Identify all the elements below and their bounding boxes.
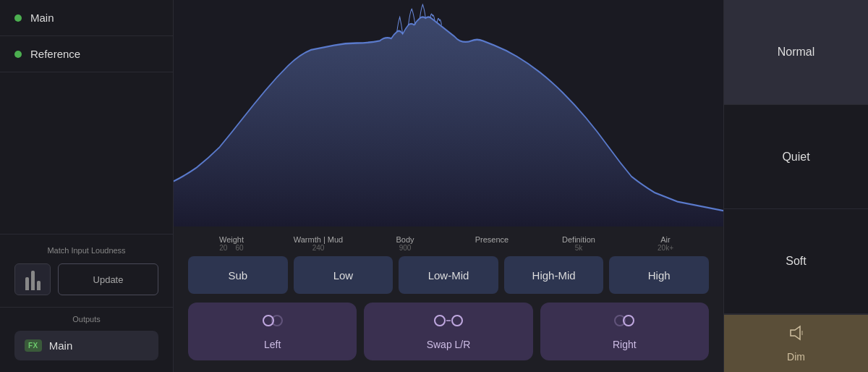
- band-controls: Weight 20 60 Warmth | Mud 240 Body 900 P…: [174, 227, 723, 303]
- band-label-weight: Weight 20 60: [191, 235, 272, 252]
- outputs-label: Outputs: [14, 315, 158, 324]
- band-freq-air: 20k+: [625, 244, 706, 252]
- band-lowmid-button[interactable]: Low-Mid: [399, 256, 498, 294]
- meter-bar-2: [31, 271, 35, 290]
- band-label-body: Body 900: [365, 235, 446, 252]
- band-name-definition: Definition: [538, 235, 619, 244]
- mode-quiet-button[interactable]: Quiet: [724, 105, 868, 210]
- band-label-warmth: Warmth | Mud 240: [278, 235, 359, 252]
- outputs-section: Outputs FX Main: [0, 307, 173, 372]
- output-main-label: Main: [49, 339, 73, 352]
- band-label-definition: Definition 5k: [538, 235, 619, 252]
- meter-icon: [14, 263, 51, 295]
- main-track[interactable]: Main: [0, 0, 173, 36]
- mode-soft-label: Soft: [786, 255, 806, 267]
- reference-track-label: Reference: [30, 48, 80, 60]
- spectrum-visualizer: [174, 0, 723, 227]
- spectrum-area: [174, 0, 723, 227]
- reference-track[interactable]: Reference: [0, 36, 173, 72]
- main-track-label: Main: [30, 12, 54, 24]
- svg-point-4: [452, 316, 462, 326]
- match-controls: Update: [14, 263, 158, 295]
- meter-bar-1: [25, 277, 29, 290]
- spectrum-fill: [174, 17, 723, 227]
- mode-soft-button[interactable]: Soft: [724, 209, 868, 314]
- dim-icon: [788, 324, 805, 345]
- band-highmid-button[interactable]: High-Mid: [504, 256, 604, 294]
- fx-badge: FX: [25, 339, 42, 352]
- band-name-air: Air: [625, 235, 706, 244]
- meter-bar-3: [37, 281, 41, 291]
- band-labels-row: Weight 20 60 Warmth | Mud 240 Body 900 P…: [188, 235, 709, 252]
- mode-normal-label: Normal: [778, 46, 815, 58]
- mode-quiet-label: Quiet: [782, 151, 809, 163]
- monitor-left-label: Left: [264, 339, 281, 350]
- swap-headphone-icon: [433, 313, 464, 333]
- band-freq-weight: 20 60: [191, 244, 272, 252]
- band-name-body: Body: [365, 235, 446, 244]
- main-track-indicator: [14, 14, 22, 22]
- right-headphone-icon: [613, 313, 636, 333]
- monitor-left-button[interactable]: Left: [188, 303, 357, 360]
- match-loudness-label: Match Input Loudness: [14, 246, 158, 255]
- band-low-button[interactable]: Low: [294, 256, 393, 294]
- sidebar: Main Reference Match Input Loudness Upda…: [0, 0, 174, 372]
- monitor-right-button[interactable]: Right: [540, 303, 709, 360]
- band-freq-body: 900: [365, 244, 446, 252]
- band-high-button[interactable]: High: [609, 256, 709, 294]
- reference-track-indicator: [14, 51, 22, 58]
- band-name-presence: Presence: [451, 235, 532, 244]
- band-label-air: Air 20k+: [625, 235, 706, 252]
- monitor-controls: Left Swap L/R Right: [174, 303, 723, 372]
- main-content: Weight 20 60 Warmth | Mud 240 Body 900 P…: [174, 0, 723, 372]
- svg-marker-7: [791, 326, 800, 339]
- dim-label: Dim: [787, 351, 805, 363]
- match-loudness-section: Match Input Loudness Update: [0, 234, 173, 307]
- right-panel: Normal Quiet Soft Dim: [723, 0, 868, 372]
- mode-normal-button[interactable]: Normal: [724, 0, 868, 105]
- left-headphone-icon: [261, 313, 284, 333]
- monitor-right-label: Right: [613, 339, 637, 350]
- band-freq-warmth: 240: [278, 244, 359, 252]
- output-item-main[interactable]: FX Main: [14, 331, 158, 360]
- monitor-swap-label: Swap L/R: [427, 339, 471, 350]
- monitor-swap-button[interactable]: Swap L/R: [364, 303, 532, 360]
- band-freq-definition: 5k: [538, 244, 619, 252]
- dim-button[interactable]: Dim: [724, 314, 868, 372]
- band-buttons-row: Sub Low Low-Mid High-Mid High: [188, 256, 709, 294]
- band-label-presence: Presence: [451, 235, 532, 252]
- band-name-warmth: Warmth | Mud: [278, 235, 359, 244]
- update-button[interactable]: Update: [58, 263, 158, 295]
- band-name-weight: Weight: [191, 235, 272, 244]
- band-sub-button[interactable]: Sub: [188, 256, 288, 294]
- svg-point-2: [435, 316, 445, 326]
